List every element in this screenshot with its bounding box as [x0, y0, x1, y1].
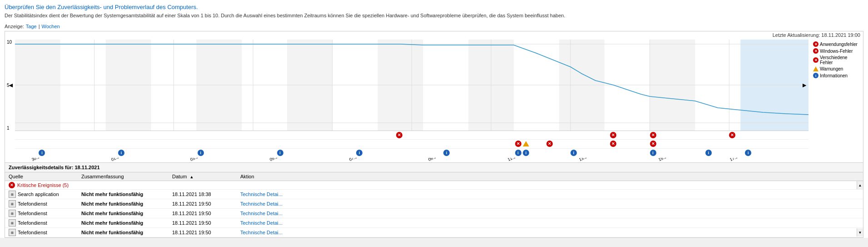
main-container: Überprüfen Sie den Zuverlässigkeits- und…	[0, 0, 868, 238]
date-label-4: 05.11.2021	[269, 158, 289, 162]
app-icon-5: ⊞	[9, 229, 16, 236]
chart-header: Letzte Aktualisierung: 18.11.2021 19:00	[5, 31, 863, 39]
row-4-summary: Nicht mehr funktionsfähig	[78, 218, 169, 228]
critical-events-header: ✕ Kritische Ereignisse (5)	[9, 182, 853, 188]
info-icon-7[interactable]: i	[515, 150, 521, 156]
col-header-action[interactable]: Aktion	[237, 172, 857, 181]
legend-windows-error: ✕ Windows-Fehler	[813, 48, 861, 54]
row-5-date: 18.11.2021 19:50	[169, 228, 237, 237]
app-icon-3: ⊞	[9, 210, 16, 217]
chart-arrow-left[interactable]: ◄	[8, 81, 14, 89]
date-label-7: 11.11.2021	[507, 158, 527, 162]
tage-link[interactable]: Tage	[26, 24, 37, 29]
date-label-6: 09.11.2021	[427, 158, 448, 162]
critical-events-label: Kritische Ereignisse (5)	[17, 182, 69, 188]
row-4-source: ⊞ Telefondienst	[5, 218, 78, 228]
legend-info-label: Informationen	[820, 73, 848, 78]
date-label-2: 01.11.2021	[110, 158, 131, 162]
info-icon-6[interactable]: i	[443, 150, 450, 156]
row-2-source: ⊞ Telefondienst	[5, 199, 78, 209]
row-3-action: Technische Detai...	[237, 209, 857, 218]
y-label-1: 1	[7, 126, 15, 131]
info-icon-11[interactable]: i	[705, 150, 712, 156]
row-1-summary: Nicht mehr funktionsfähig	[78, 190, 169, 199]
chart-arrow-right[interactable]: ►	[801, 81, 808, 89]
win-error-icon-4[interactable]: ✕	[650, 141, 656, 147]
info-icon-5[interactable]: i	[356, 150, 362, 156]
row-2-date: 18.11.2021 19:50	[169, 199, 237, 209]
info-icon-1[interactable]: i	[39, 150, 45, 156]
win-error-icon-1[interactable]: ✕	[515, 141, 521, 147]
info-icon-4[interactable]: i	[277, 150, 283, 156]
info-icon-9[interactable]: i	[570, 150, 577, 156]
scroll-down-button[interactable]: ▼	[857, 228, 863, 237]
row-2-summary: Nicht mehr funktionsfähig	[78, 199, 169, 209]
legend-warning-label: Warnungen	[820, 66, 843, 71]
app-icon-4: ⊞	[9, 219, 16, 227]
table-row: ⊞ Telefondienst Nicht mehr funktionsfähi…	[5, 228, 863, 237]
row-3-date: 18.11.2021 19:50	[169, 209, 237, 218]
info-icon-2[interactable]: i	[118, 150, 124, 156]
win-error-icon-2[interactable]: ✕	[546, 141, 553, 147]
row-2-action: Technische Detai...	[237, 199, 857, 209]
table-row: ⊞ Telefondienst Nicht mehr funktionsfähi…	[5, 218, 863, 228]
app-error-icon-2[interactable]: ✕	[610, 132, 616, 138]
scroll-cell-2	[857, 199, 863, 209]
last-update: Letzte Aktualisierung: 18.11.2021 19:00	[773, 32, 860, 38]
page-title[interactable]: Überprüfen Sie den Zuverlässigkeits- und…	[5, 4, 863, 10]
row-3-action-link[interactable]: Technische Detai...	[240, 211, 283, 216]
row-4-date: 18.11.2021 19:50	[169, 218, 237, 228]
details-section: Zuverlässigkeitsdetails für: 18.11.2021 …	[5, 163, 863, 238]
chart-legend: ✕ Anwendungsfehler ✕ Windows-Fehler ✕ Ve…	[809, 40, 863, 80]
win-error-icon-3[interactable]: ✕	[610, 141, 616, 147]
page-subtitle: Der Stabilitätsindex dient der Bewertung…	[5, 12, 863, 19]
scroll-cell-3	[857, 209, 863, 218]
table-header-row: Quelle Zusammenfassung Datum ▲ Aktion	[5, 172, 863, 181]
stability-chart[interactable]	[15, 40, 808, 131]
scroll-cell-5: ▼	[857, 228, 863, 237]
table-row: ⊞ Telefondienst Nicht mehr funktionsfähi…	[5, 209, 863, 218]
scroll-cell-1	[857, 190, 863, 199]
legend-app-error-label: Anwendungsfehler	[820, 42, 858, 47]
info-icon-12[interactable]: i	[745, 150, 751, 156]
col-header-date[interactable]: Datum ▲	[169, 172, 237, 181]
info-icon-3[interactable]: i	[198, 150, 204, 156]
date-label-5: 07.11.2021	[348, 158, 369, 162]
row-4-action-link[interactable]: Technische Detai...	[240, 220, 283, 226]
date-label-8: 13.11.2021	[578, 158, 599, 162]
date-label-10: 17.11.2021	[729, 158, 749, 162]
sort-arrow-date: ▲	[189, 175, 193, 179]
app-error-icon-4[interactable]: ✕	[729, 132, 735, 138]
wochen-link[interactable]: Wochen	[42, 24, 60, 29]
row-1-action-link[interactable]: Technische Detai...	[240, 192, 283, 197]
separator: |	[39, 24, 40, 29]
chart-section: Letzte Aktualisierung: 18.11.2021 19:00 …	[5, 31, 863, 163]
legend-windows-error-label: Windows-Fehler	[820, 49, 853, 54]
row-3-source: ⊞ Telefondienst	[5, 209, 78, 218]
scroll-cell-4	[857, 218, 863, 228]
windows-error-row: ✕ ✕ ✕ ✕	[15, 140, 808, 149]
app-error-icon-1[interactable]: ✕	[396, 132, 402, 138]
view-toggle-label: Anzeige:	[5, 24, 24, 29]
app-error-icon-3[interactable]: ✕	[650, 132, 656, 138]
app-icon-2: ⊞	[9, 200, 16, 207]
row-2-action-link[interactable]: Technische Detai...	[240, 201, 283, 207]
scroll-cell-header: ▲	[857, 181, 863, 190]
info-icon-10[interactable]: i	[650, 150, 656, 156]
col-header-summary[interactable]: Zusammenfassung	[78, 172, 169, 181]
legend-misc-error: ✕ Verschiedene Fehler	[813, 55, 861, 65]
row-1-source: ⊞ Search application	[5, 190, 78, 199]
col-header-source[interactable]: Quelle	[5, 172, 78, 181]
critical-error-icon: ✕	[9, 182, 15, 188]
scroll-up-button[interactable]: ▲	[857, 181, 863, 189]
warning-icon-1[interactable]	[523, 141, 529, 147]
info-row: i i i i i i i i i	[15, 149, 808, 158]
info-icon-8[interactable]: i	[523, 150, 529, 156]
row-5-action-link[interactable]: Technische Detai...	[240, 230, 283, 235]
view-toggle: Anzeige: Tage | Wochen	[5, 24, 863, 29]
app-error-row: ✕ ✕ ✕ ✕	[15, 131, 808, 140]
critical-header-row: ✕ Kritische Ereignisse (5) ▲	[5, 181, 863, 190]
row-1-action: Technische Detai...	[237, 190, 857, 199]
legend-misc-error-label: Verschiedene Fehler	[820, 55, 861, 65]
app-icon-1: ⊞	[9, 191, 16, 198]
